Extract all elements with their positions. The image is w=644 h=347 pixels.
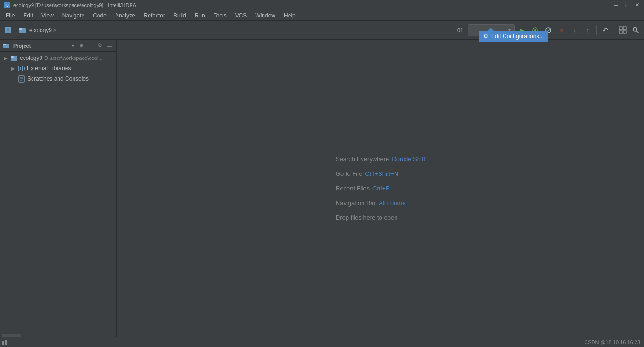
sidebar-header: Project ▼ ⊕ ≡ ⚙ — xyxy=(0,40,116,52)
svg-text:01: 01 xyxy=(457,27,463,33)
db-icon-button[interactable]: 01 xyxy=(454,24,467,36)
svg-rect-2 xyxy=(5,27,8,30)
svg-rect-10 xyxy=(619,27,622,30)
welcome-line-recent: Recent Files Ctrl+E xyxy=(336,185,390,192)
edit-config-label: Edit Configurations... xyxy=(491,33,544,40)
sidebar-tools: ⊕ ≡ ⚙ — xyxy=(77,41,114,50)
nav-bar-shortcut: Alt+Home xyxy=(379,199,405,207)
tree-external-libraries[interactable]: ▶ External Libraries xyxy=(0,63,116,74)
svg-rect-5 xyxy=(19,28,22,30)
welcome-line-navbar: Navigation Bar Alt+Home xyxy=(336,199,406,207)
close-button[interactable]: ✕ xyxy=(634,2,640,8)
main-layout: Project ▼ ⊕ ≡ ⚙ — ▶ ecology9 D:\user\wor… xyxy=(0,40,644,337)
window-title: ecology9 [D:\user\workspace\ecology9] - … xyxy=(13,2,613,8)
nav-bar-label: Navigation Bar xyxy=(336,199,376,207)
title-bar: IJ ecology9 [D:\user\workspace\ecology9]… xyxy=(0,0,644,10)
sidebar-layout-button[interactable]: ≡ xyxy=(86,41,95,50)
breadcrumb-item-ecology9[interactable]: ecology9 xyxy=(19,26,52,34)
build-icon[interactable] xyxy=(2,24,14,36)
menu-help[interactable]: Help xyxy=(280,11,299,20)
project-tree: ▶ ecology9 D:\user\workspace\ecol... ▶ E… xyxy=(0,52,116,333)
menu-navigate[interactable]: Navigate xyxy=(58,11,88,20)
menu-view[interactable]: View xyxy=(38,11,58,20)
external-libraries-icon xyxy=(18,66,25,71)
goto-file-label: Go to File xyxy=(336,170,362,177)
edit-configurations-popup[interactable]: ⚙ Edit Configurations... xyxy=(479,31,548,42)
welcome-panel: Search Everywhere Double Shift Go to Fil… xyxy=(336,156,425,221)
menu-file[interactable]: File xyxy=(2,11,18,20)
menu-build[interactable]: Build xyxy=(170,11,190,20)
tree-arrow-ext-lib: ▶ xyxy=(9,65,17,72)
stop-button[interactable]: ■ xyxy=(555,24,568,36)
arrow-down-green-button[interactable]: ↓ xyxy=(569,24,581,36)
arrow-up-green-button[interactable]: ↑ xyxy=(582,24,594,36)
project-icon xyxy=(3,42,9,49)
grid-button[interactable] xyxy=(617,24,629,36)
svg-rect-1 xyxy=(8,30,11,33)
menu-window[interactable]: Window xyxy=(251,11,279,20)
svg-rect-19 xyxy=(11,56,14,58)
menu-edit[interactable]: Edit xyxy=(19,11,37,20)
sidebar-settings-button[interactable]: ⚙ xyxy=(96,41,104,50)
search-everywhere-shortcut: Double Shift xyxy=(392,156,425,163)
menu-bar: File Edit View Navigate Code Analyze Ref… xyxy=(0,10,644,21)
svg-rect-11 xyxy=(623,27,626,30)
app-icon: IJ xyxy=(4,2,10,8)
svg-line-15 xyxy=(637,31,639,33)
drop-files-label: Drop files here to open xyxy=(336,214,398,221)
scratches-icon xyxy=(18,75,25,83)
sidebar-scrollbar-area xyxy=(0,333,116,337)
recent-files-label: Recent Files xyxy=(336,185,370,192)
sidebar: Project ▼ ⊕ ≡ ⚙ — ▶ ecology9 D:\user\wor… xyxy=(0,40,117,337)
edit-config-icon: ⚙ xyxy=(483,33,488,40)
tree-root-label: ecology9 xyxy=(20,55,42,61)
toolbar-separator-2 xyxy=(614,25,614,35)
maximize-button[interactable]: □ xyxy=(623,2,630,8)
tree-root-path: D:\user\workspace\ecol... xyxy=(44,55,103,61)
status-left xyxy=(0,337,9,347)
expand-icon xyxy=(2,339,8,345)
sidebar-title: Project xyxy=(13,43,68,49)
tree-ext-lib-label: External Libraries xyxy=(27,65,71,72)
sidebar-dropdown-arrow[interactable]: ▼ xyxy=(71,43,75,48)
welcome-line-goto: Go to File Ctrl+Shift+N xyxy=(336,170,398,177)
tree-arrow-expand: ▶ xyxy=(2,54,9,62)
window-controls: ─ □ ✕ xyxy=(613,2,640,8)
status-bar-text: CSDN @18.10.16 16:23 xyxy=(584,339,640,345)
sidebar-collapse-button[interactable]: — xyxy=(105,41,114,50)
recent-files-shortcut: Ctrl+E xyxy=(372,185,389,192)
svg-rect-12 xyxy=(619,31,622,33)
goto-file-shortcut: Ctrl+Shift+N xyxy=(365,170,398,177)
svg-rect-0 xyxy=(5,30,8,33)
search-everywhere-label: Search Everywhere xyxy=(336,156,389,163)
breadcrumb: ecology9 > xyxy=(15,26,454,34)
project-folder-icon xyxy=(10,54,18,62)
menu-code[interactable]: Code xyxy=(89,11,110,20)
svg-rect-25 xyxy=(2,341,4,345)
revert-button[interactable]: ↶ xyxy=(599,24,611,36)
svg-rect-13 xyxy=(623,31,626,33)
svg-rect-26 xyxy=(5,340,7,345)
minimize-button[interactable]: ─ xyxy=(613,2,619,8)
menu-analyze[interactable]: Analyze xyxy=(111,11,139,20)
tree-scratches-label: Scratches and Consoles xyxy=(27,75,89,82)
status-bar: CSDN @18.10.16 16:23 xyxy=(0,337,644,347)
svg-rect-3 xyxy=(8,27,11,30)
breadcrumb-separator: > xyxy=(53,27,56,33)
svg-point-14 xyxy=(633,27,637,31)
menu-tools[interactable]: Tools xyxy=(210,11,231,20)
content-area: Search Everywhere Double Shift Go to Fil… xyxy=(117,40,644,337)
welcome-line-search: Search Everywhere Double Shift xyxy=(336,156,425,163)
tree-root-ecology9[interactable]: ▶ ecology9 D:\user\workspace\ecol... xyxy=(0,53,116,63)
menu-run[interactable]: Run xyxy=(191,11,209,20)
menu-refactor[interactable]: Refactor xyxy=(140,11,169,20)
sidebar-add-button[interactable]: ⊕ xyxy=(77,41,85,50)
svg-rect-17 xyxy=(3,44,6,45)
tree-scratches-consoles[interactable]: Scratches and Consoles xyxy=(0,74,116,84)
search-everywhere-button[interactable] xyxy=(630,24,642,36)
status-expand-button[interactable] xyxy=(0,337,9,347)
menu-vcs[interactable]: VCS xyxy=(231,11,251,20)
toolbar-separator xyxy=(596,25,597,35)
welcome-line-drop: Drop files here to open xyxy=(336,214,398,221)
